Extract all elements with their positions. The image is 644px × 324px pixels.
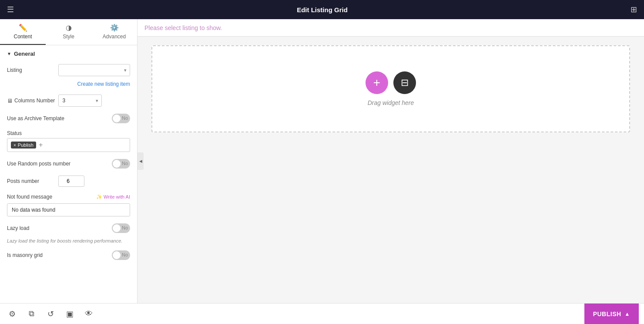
tab-style[interactable]: ◑ Style	[46, 19, 91, 45]
posts-number-label: Posts number	[7, 178, 55, 184]
page-title: Edit Listing Grid	[297, 6, 348, 14]
masonry-row: Is masonry grid No	[0, 247, 137, 263]
widget-buttons: + ⊟	[366, 71, 416, 94]
chevron-up-icon: ▲	[625, 311, 630, 317]
archive-toggle-value: No	[122, 115, 128, 121]
publish-btn-label: PUBLISH	[593, 310, 621, 317]
lazy-load-value: No	[122, 225, 128, 230]
use-random-row: Use Random posts number No	[0, 155, 137, 172]
ai-sparkle-icon: ✨	[96, 194, 102, 200]
section-arrow-icon: ▼	[7, 51, 11, 56]
tab-advanced[interactable]: ⚙️ Advanced	[91, 19, 137, 45]
sidebar-collapse-button[interactable]: ◀	[138, 152, 144, 170]
status-tag[interactable]: × Publish	[11, 142, 36, 148]
folder-widget-button[interactable]: ⊟	[393, 71, 416, 94]
tab-advanced-label: Advanced	[103, 34, 126, 40]
layers-icon[interactable]: ⧉	[24, 307, 38, 321]
pencil-icon: ✏️	[19, 24, 27, 32]
columns-row: 🖥 Columns Number 1 2 3 4 5 6 ▾	[0, 91, 137, 110]
main-layout: ✏️ Content ◑ Style ⚙️ Advanced ▼ General	[0, 19, 644, 303]
eye-icon[interactable]: 👁	[82, 307, 96, 321]
canvas-frame[interactable]: + ⊟ Drag widget here	[151, 45, 630, 132]
sidebar: ✏️ Content ◑ Style ⚙️ Advanced ▼ General	[0, 19, 138, 303]
masonry-label: Is masonry grid	[7, 252, 108, 258]
add-widget-button[interactable]: +	[366, 71, 388, 94]
drag-hint: Drag widget here	[368, 99, 414, 106]
general-section-header[interactable]: ▼ General	[0, 45, 137, 61]
lazy-load-toggle[interactable]: No	[112, 223, 130, 233]
use-random-value: No	[122, 161, 128, 166]
toggle-knob	[113, 160, 121, 168]
status-add-icon[interactable]: +	[39, 142, 43, 148]
create-link-row: Create new listing item	[0, 80, 137, 91]
masonry-toggle[interactable]: No	[112, 250, 130, 260]
tabs: ✏️ Content ◑ Style ⚙️ Advanced	[0, 19, 137, 45]
toggle-knob	[113, 224, 121, 232]
settings-icon[interactable]: ⚙	[5, 307, 19, 321]
publish-area: PUBLISH ▲	[584, 304, 639, 324]
canvas-top-bar: Please select listing to show.	[138, 19, 644, 37]
gear-icon: ⚙️	[110, 24, 119, 32]
masonry-value: No	[122, 252, 128, 257]
hamburger-icon[interactable]: ☰	[7, 5, 14, 14]
archive-template-toggle[interactable]: No	[112, 114, 130, 123]
lazy-load-row: Lazy load No	[0, 220, 137, 236]
circle-half-icon: ◑	[66, 24, 72, 32]
sidebar-content: ▼ General Listing ▾	[0, 45, 137, 303]
bottom-bar: ⚙ ⧉ ↺ ▣ 👁 PUBLISH ▲	[0, 303, 644, 324]
archive-template-label: Use as Archive Template	[7, 115, 108, 122]
not-found-message-row: Not found message ✨ Write with AI	[0, 190, 137, 202]
monitor-icon: 🖥	[7, 98, 13, 104]
create-listing-link[interactable]: Create new listing item	[77, 81, 130, 87]
write-ai-btn[interactable]: ✨ Write with AI	[96, 194, 130, 200]
columns-select[interactable]: 1 2 3 4 5 6	[58, 94, 102, 107]
toggle-knob	[113, 115, 121, 122]
canvas-content: + ⊟ Drag widget here	[138, 37, 644, 303]
lazy-load-help: Lazy load the listing for boosts renderi…	[0, 236, 137, 247]
canvas-area: Please select listing to show. + ⊟ Drag …	[138, 19, 644, 303]
tab-content[interactable]: ✏️ Content	[0, 19, 46, 45]
history-icon[interactable]: ↺	[44, 307, 57, 321]
posts-number-input[interactable]	[58, 176, 84, 187]
tab-style-label: Style	[63, 34, 74, 40]
use-random-label: Use Random posts number	[7, 161, 108, 167]
not-found-message-label: Not found message ✨ Write with AI	[7, 194, 130, 200]
listing-select-wrap: ▾	[58, 64, 130, 76]
listing-select[interactable]	[58, 64, 130, 76]
status-tag-label: Publish	[18, 142, 34, 148]
bottom-left: ⚙ ⧉ ↺ ▣ 👁	[5, 307, 96, 321]
columns-select-wrap: 1 2 3 4 5 6 ▾	[58, 94, 102, 107]
posts-number-row: Posts number	[0, 172, 137, 190]
template-icon[interactable]: ▣	[63, 307, 77, 321]
archive-template-row: Use as Archive Template No	[0, 110, 137, 127]
canvas-notice: Please select listing to show.	[144, 24, 222, 31]
status-tag-remove-icon[interactable]: ×	[13, 143, 16, 148]
not-found-message-input[interactable]	[7, 203, 130, 216]
status-label: Status	[0, 127, 137, 138]
sidebar-wrapper: ✏️ Content ◑ Style ⚙️ Advanced ▼ General	[0, 19, 138, 303]
top-bar: ☰ Edit Listing Grid ⊞	[0, 0, 644, 19]
tab-content-label: Content	[13, 34, 32, 40]
publish-button[interactable]: PUBLISH ▲	[584, 304, 639, 324]
lazy-load-label: Lazy load	[7, 225, 108, 231]
columns-label: 🖥 Columns Number	[7, 98, 55, 104]
general-section-title: General	[14, 51, 35, 57]
status-field: × Publish +	[7, 138, 130, 152]
use-random-toggle[interactable]: No	[112, 159, 130, 169]
listing-label: Listing	[7, 67, 55, 73]
grid-icon[interactable]: ⊞	[631, 5, 637, 14]
toggle-knob	[113, 251, 121, 259]
listing-row: Listing ▾	[0, 61, 137, 80]
